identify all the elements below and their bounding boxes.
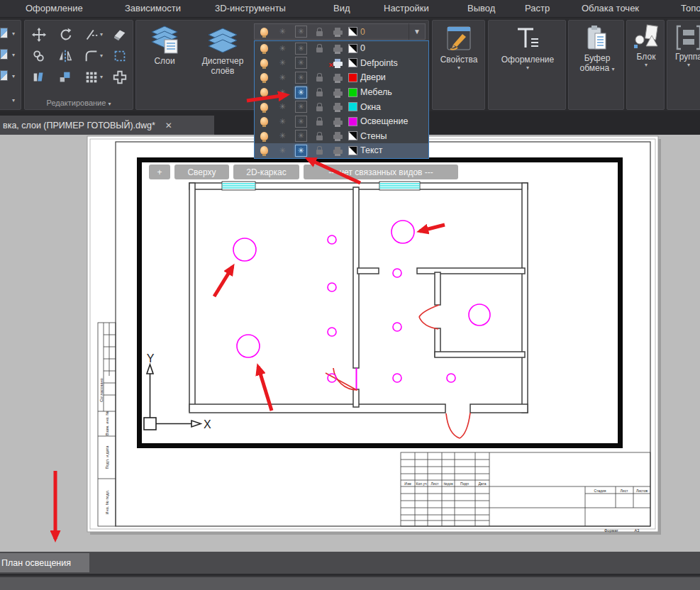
clipped-tool-icon[interactable] — [0, 28, 8, 38]
layer-freeze-icon[interactable]: ✳ — [273, 89, 291, 96]
layer-vp-freeze-icon[interactable]: ✳ — [291, 43, 310, 55]
layer-lock-icon[interactable] — [310, 73, 328, 82]
layer-combo-dropdown-button[interactable]: ▼ — [409, 23, 426, 40]
layer-vp-freeze-icon[interactable]: ✳ — [291, 72, 310, 84]
layer-on-bulb-icon[interactable] — [255, 73, 273, 82]
stretch-tool-icon[interactable] — [30, 69, 48, 86]
menu-3d-tools[interactable]: 3D-инструменты — [215, 3, 286, 13]
layer-print-icon[interactable] — [328, 118, 347, 125]
copy-tool-icon[interactable] — [30, 48, 48, 65]
layer-on-bulb-icon[interactable] — [255, 28, 273, 36]
layer-row-Освещение[interactable]: ✳ ✳ Освещение — [255, 114, 428, 129]
layer-manager-button[interactable]: Диспетчер слоёв — [190, 23, 255, 76]
layer-freeze-icon[interactable]: ✳ — [273, 147, 291, 155]
layer-combo-field[interactable]: ✳ ✳ 0 — [254, 23, 426, 40]
viewport-view-button[interactable]: Сверху — [174, 165, 229, 179]
layer-lock-icon[interactable] — [310, 59, 328, 67]
layer-freeze-icon[interactable]: ✳ — [273, 103, 291, 111]
trim-tool-icon[interactable] — [83, 26, 100, 43]
layer-lock-icon[interactable] — [310, 44, 328, 52]
layer-freeze-icon[interactable]: ✳ — [273, 59, 291, 67]
layer-print-icon[interactable] — [328, 104, 347, 110]
clipped-tool-icon[interactable] — [0, 70, 8, 81]
layer-vp-freeze-icon[interactable]: ✳ — [291, 145, 310, 157]
layer-print-icon[interactable] — [328, 74, 347, 81]
clipboard-button[interactable]: Буфер обмена ▾ — [574, 23, 620, 74]
chevron-down-icon[interactable]: ▾ — [12, 97, 15, 104]
layer-row-Мебель[interactable]: ✳ ✳ Мебель — [255, 85, 428, 100]
offset-tool-icon[interactable] — [111, 48, 128, 65]
layer-lock-icon[interactable] — [310, 146, 328, 155]
chevron-down-icon[interactable]: ▾ — [100, 52, 103, 59]
block-button[interactable]: Блок ▾ — [630, 23, 662, 68]
array-tool-icon[interactable] — [83, 69, 100, 86]
layers-button[interactable]: Слои — [145, 23, 184, 66]
layer-print-icon[interactable] — [328, 148, 347, 154]
layer-lock-icon[interactable] — [310, 117, 328, 126]
viewport-plus-button[interactable]: + — [149, 165, 170, 179]
menu-decor[interactable]: Оформление — [26, 3, 83, 13]
layer-print-icon[interactable] — [328, 133, 347, 139]
layer-color-swatch[interactable] — [348, 27, 357, 36]
layer-on-bulb-icon[interactable] — [255, 117, 273, 126]
layer-on-bulb-icon[interactable] — [255, 132, 273, 140]
menu-constraints[interactable]: Зависимости — [125, 3, 181, 13]
layer-on-bulb-icon[interactable] — [255, 88, 273, 96]
properties-button[interactable]: Свойства ▾ — [437, 23, 481, 71]
document-tab[interactable]: вка, слои (ПРИМЕР ГОТОВЫЙ).dwg* ✕ — [0, 116, 214, 135]
viewport-linked-views-button[interactable]: --- нет связанных видов --- — [304, 165, 458, 179]
layer-print-icon[interactable] — [328, 89, 347, 96]
ornament-button[interactable]: Оформление ▾ — [497, 23, 558, 71]
group-button[interactable]: Группа ▾ — [670, 23, 700, 68]
close-icon[interactable]: ✕ — [165, 121, 172, 130]
fillet-tool-icon[interactable] — [83, 48, 100, 65]
layer-freeze-icon[interactable]: ✳ — [273, 45, 291, 52]
layer-on-bulb-icon[interactable] — [255, 146, 273, 155]
layer-lock-icon[interactable] — [310, 88, 328, 96]
layer-print-icon[interactable] — [328, 28, 347, 35]
erase-tool-icon[interactable] — [111, 26, 128, 43]
layer-freeze-icon[interactable]: ✳ — [273, 132, 291, 140]
layer-row-Текст[interactable]: ✳ ✳ Текст — [255, 143, 428, 158]
chevron-down-icon[interactable]: ▾ — [100, 74, 103, 80]
layer-row-Defpoints[interactable]: ✳ ✳ Defpoints ✕ — [255, 56, 428, 71]
menu-topoplan[interactable]: Топоплан — [681, 3, 700, 13]
layer-on-bulb-icon[interactable] — [255, 44, 273, 52]
layer-freeze-icon[interactable]: ✳ — [273, 28, 291, 35]
layer-row-Окна[interactable]: ✳ ✳ Окна — [255, 99, 428, 114]
layer-lock-icon[interactable] — [310, 28, 328, 36]
menu-raster[interactable]: Растр — [525, 3, 550, 13]
layer-on-bulb-icon[interactable] — [255, 59, 273, 67]
layer-vp-freeze-icon[interactable]: ✳ — [291, 87, 310, 99]
chevron-down-icon[interactable]: ▾ — [12, 73, 15, 79]
layer-row-0[interactable]: ✳ ✳ 0 — [255, 41, 428, 56]
scale-tool-icon[interactable] — [57, 69, 74, 86]
chevron-down-icon[interactable]: ▾ — [100, 31, 103, 38]
layer-vp-freeze-icon[interactable]: ✳ — [291, 26, 310, 38]
layer-vp-freeze-icon[interactable]: ✳ — [291, 101, 310, 113]
layer-freeze-icon[interactable]: ✳ — [273, 74, 291, 82]
layer-vp-freeze-icon[interactable]: ✳ — [291, 130, 310, 142]
layer-print-icon[interactable] — [328, 45, 347, 52]
layer-row-Стены[interactable]: ✳ ✳ Стены — [255, 129, 428, 144]
explode-tool-icon[interactable] — [111, 69, 128, 86]
layer-vp-freeze-icon[interactable]: ✳ — [291, 116, 310, 128]
menu-output[interactable]: Вывод — [467, 3, 495, 13]
rotate-tool-icon[interactable] — [57, 26, 74, 43]
layer-lock-icon[interactable] — [310, 132, 328, 140]
chevron-down-icon[interactable]: ▾ — [12, 52, 15, 58]
menu-point-clouds[interactable]: Облака точек — [582, 3, 639, 13]
layer-lock-icon[interactable] — [310, 103, 328, 111]
layer-freeze-icon[interactable]: ✳ — [273, 118, 291, 126]
edit-panel-label[interactable]: Редактирование ▾ — [25, 99, 133, 107]
layout-tab-lighting-plan[interactable]: План освещения — [0, 553, 89, 572]
mirror-tool-icon[interactable] — [57, 48, 74, 65]
drawing-canvas[interactable] — [0, 135, 700, 552]
menu-view[interactable]: Вид — [333, 3, 350, 13]
layer-on-bulb-icon[interactable] — [255, 103, 273, 111]
layer-row-Двери[interactable]: ✳ ✳ Двери — [255, 70, 428, 85]
layer-vp-freeze-icon[interactable]: ✳ — [291, 57, 310, 69]
menu-settings[interactable]: Настройки — [384, 3, 429, 13]
clipped-tool-icon[interactable] — [0, 49, 8, 60]
move-tool-icon[interactable] — [30, 26, 48, 43]
